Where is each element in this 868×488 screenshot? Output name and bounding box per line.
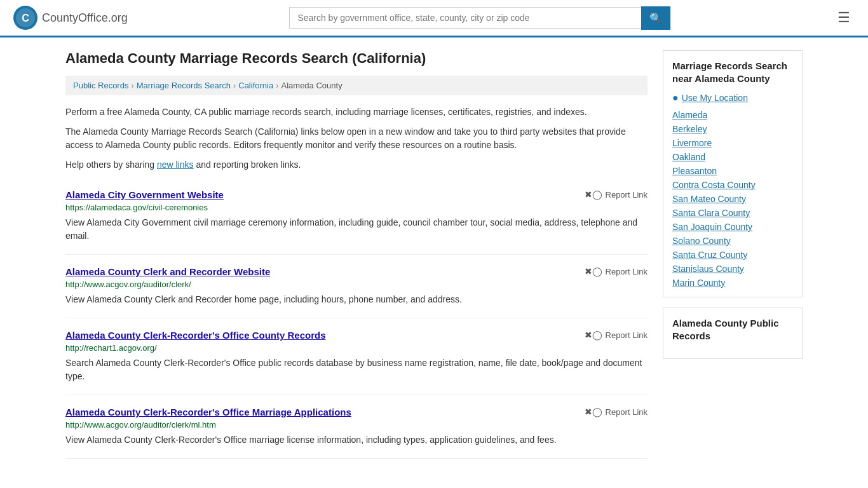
sidebar-nearby-link[interactable]: Stanislaus County <box>672 264 793 274</box>
result-url: http://www.acgov.org/auditor/clerk/ml.ht… <box>65 420 648 430</box>
result-url: http://rechart1.acgov.org/ <box>65 343 648 353</box>
search-button[interactable]: 🔍 <box>641 6 670 30</box>
breadcrumb-current: Alameda County <box>281 81 342 90</box>
nearby-box: Marriage Records Search near Alameda Cou… <box>663 50 803 297</box>
result-title: Alameda County Clerk and Recorder Websit… <box>65 266 270 277</box>
result-item: Alameda County Clerk-Recorder's Office M… <box>65 395 648 459</box>
search-area: 🔍 <box>289 6 670 30</box>
result-header: Alameda City Government Website ✖◯ Repor… <box>65 189 648 200</box>
search-input[interactable] <box>289 7 641 29</box>
sidebar-nearby-link[interactable]: San Mateo County <box>672 194 793 204</box>
main-container: Alameda County Marriage Records Search (… <box>53 37 815 471</box>
sidebar-nearby-link[interactable]: Solano County <box>672 236 793 246</box>
public-records-title: Alameda County Public Records <box>672 317 793 342</box>
result-title: Alameda County Clerk-Recorder's Office C… <box>65 330 326 341</box>
new-links-link[interactable]: new links <box>157 159 194 170</box>
report-link[interactable]: ✖◯ Report Link <box>585 189 648 200</box>
nearby-title: Marriage Records Search near Alameda Cou… <box>672 60 793 85</box>
sidebar-nearby-link[interactable]: Livermore <box>672 138 793 148</box>
header: C CountyOffice.org 🔍 ☰ <box>0 0 868 37</box>
breadcrumb: Public Records › Marriage Records Search… <box>65 76 648 95</box>
result-title-link[interactable]: Alameda County Clerk-Recorder's Office C… <box>65 330 326 341</box>
result-title-link[interactable]: Alameda County Clerk and Recorder Websit… <box>65 266 270 277</box>
public-records-box: Alameda County Public Records <box>663 308 803 359</box>
result-desc: View Alameda County Clerk and Recorder h… <box>65 293 648 306</box>
result-desc: View Alameda County Clerk-Recorder's Off… <box>65 433 648 447</box>
result-item: Alameda City Government Website ✖◯ Repor… <box>65 178 648 255</box>
breadcrumb-public-records[interactable]: Public Records <box>73 81 128 90</box>
sidebar-nearby-link[interactable]: Alameda <box>672 110 793 120</box>
report-icon: ✖◯ <box>585 266 602 276</box>
sidebar-nearby-link[interactable]: Oakland <box>672 152 793 162</box>
use-location-link[interactable]: Use My Location <box>682 93 748 103</box>
report-link[interactable]: ✖◯ Report Link <box>585 330 648 340</box>
report-icon: ✖◯ <box>585 330 602 340</box>
report-link[interactable]: ✖◯ Report Link <box>585 266 648 276</box>
sidebar-nearby-link[interactable]: Santa Clara County <box>672 208 793 218</box>
result-header: Alameda County Clerk and Recorder Websit… <box>65 266 648 277</box>
sidebar-nearby-link[interactable]: Berkeley <box>672 124 793 134</box>
sidebar-nearby-link[interactable]: Santa Cruz County <box>672 250 793 260</box>
menu-button[interactable]: ☰ <box>832 7 855 29</box>
results-container: Alameda City Government Website ✖◯ Repor… <box>65 178 648 459</box>
logo-area: C CountyOffice.org <box>13 5 128 30</box>
sidebar: Marriage Records Search near Alameda Cou… <box>663 50 803 459</box>
result-url: http://www.acgov.org/auditor/clerk/ <box>65 280 648 289</box>
breadcrumb-california[interactable]: California <box>238 81 273 90</box>
location-icon: ● <box>672 92 679 104</box>
description-para3: Help others by sharing new links and rep… <box>65 158 648 172</box>
result-desc: Search Alameda County Clerk-Recorder's O… <box>65 356 648 383</box>
sidebar-nearby-link[interactable]: San Joaquin County <box>672 222 793 232</box>
page-title: Alameda County Marriage Records Search (… <box>65 50 648 67</box>
description-para1: Perform a free Alameda County, CA public… <box>65 105 648 119</box>
result-title-link[interactable]: Alameda City Government Website <box>65 189 224 200</box>
svg-text:C: C <box>22 13 29 24</box>
result-title: Alameda City Government Website <box>65 189 224 200</box>
breadcrumb-marriage-records[interactable]: Marriage Records Search <box>137 81 231 90</box>
logo-icon: C <box>13 5 38 30</box>
result-header: Alameda County Clerk-Recorder's Office C… <box>65 330 648 341</box>
result-item: Alameda County Clerk-Recorder's Office C… <box>65 318 648 395</box>
sidebar-nearby-link[interactable]: Pleasanton <box>672 166 793 176</box>
result-url: https://alamedaca.gov/civil-ceremonies <box>65 203 648 212</box>
sidebar-nearby-link[interactable]: Marin County <box>672 278 793 288</box>
content-area: Alameda County Marriage Records Search (… <box>65 50 648 459</box>
report-link[interactable]: ✖◯ Report Link <box>585 407 648 417</box>
logo-text: CountyOffice.org <box>42 11 128 25</box>
sidebar-nearby-link[interactable]: Contra Costa County <box>672 180 793 190</box>
description-para2: The Alameda County Marriage Records Sear… <box>65 125 648 152</box>
report-icon: ✖◯ <box>585 407 602 417</box>
report-icon: ✖◯ <box>585 189 602 200</box>
result-desc: View Alameda City Government civil marri… <box>65 216 648 243</box>
result-item: Alameda County Clerk and Recorder Websit… <box>65 255 648 318</box>
result-title-link[interactable]: Alameda County Clerk-Recorder's Office M… <box>65 407 351 417</box>
result-title: Alameda County Clerk-Recorder's Office M… <box>65 407 351 417</box>
result-header: Alameda County Clerk-Recorder's Office M… <box>65 407 648 417</box>
sidebar-links-list: AlamedaBerkeleyLivermoreOaklandPleasanto… <box>672 110 793 288</box>
use-location[interactable]: ● Use My Location <box>672 92 793 104</box>
